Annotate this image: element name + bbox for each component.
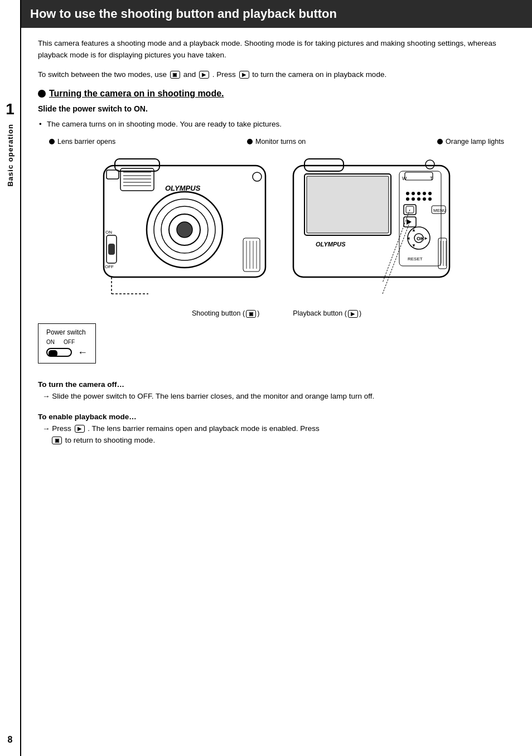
svg-point-37 bbox=[412, 192, 415, 195]
playback-btn-icon: ▶ bbox=[348, 310, 358, 318]
dot-icon-2 bbox=[247, 139, 253, 144]
cameras-row: OLYMPUS ON OFF bbox=[38, 149, 515, 305]
section-heading-text: Turning the camera on in shooting mode. bbox=[49, 89, 224, 99]
svg-text:OK: OK bbox=[417, 236, 424, 241]
svg-point-38 bbox=[417, 192, 420, 195]
intro-text-4: . Press bbox=[212, 70, 236, 79]
main-content: How to use the shooting button and playb… bbox=[21, 0, 532, 473]
svg-point-42 bbox=[412, 197, 415, 201]
power-switch-box: Power switch ON OFF ← bbox=[38, 323, 96, 364]
turn-off-title: To turn the camera off… bbox=[38, 380, 515, 389]
power-switch-row: ON OFF bbox=[46, 339, 88, 345]
playback-mode-icon: ▶ bbox=[199, 71, 209, 79]
arrow-left-icon: ← bbox=[78, 347, 88, 358]
svg-point-64 bbox=[425, 160, 434, 169]
chapter-number: 1 bbox=[6, 100, 14, 118]
dot-icon-3 bbox=[437, 139, 443, 144]
intro-text-5: to turn the camera on in playback mode. bbox=[252, 70, 386, 79]
page-number: 8 bbox=[8, 735, 13, 745]
chapter-label: Basic operation bbox=[6, 124, 14, 187]
svg-point-43 bbox=[417, 197, 420, 201]
turn-off-text: → Slide the power switch to OFF. The len… bbox=[42, 391, 515, 403]
bullet-item: The camera turns on in shooting mode. Yo… bbox=[47, 119, 515, 130]
svg-text:ON: ON bbox=[105, 230, 112, 235]
label-lens-barrier-text: Lens barrier opens bbox=[57, 138, 115, 146]
svg-text:▼: ▼ bbox=[412, 243, 416, 248]
label-orange-lamp: Orange lamp lights bbox=[437, 138, 504, 146]
bullet-list: The camera turns on in shooting mode. Yo… bbox=[38, 119, 515, 130]
power-switch-text: Power switch bbox=[46, 328, 88, 336]
svg-point-44 bbox=[423, 197, 426, 201]
sidebar: 1 Basic operation 8 bbox=[0, 0, 21, 756]
shooting-btn-icon: ▣ bbox=[246, 310, 256, 318]
power-switch-area: Power switch ON OFF ← bbox=[38, 323, 515, 364]
intro-text-3: and bbox=[183, 70, 196, 79]
svg-rect-30 bbox=[307, 176, 389, 233]
svg-rect-14 bbox=[107, 170, 119, 179]
svg-point-45 bbox=[428, 197, 432, 201]
diagram-area: Lens barrier opens Monitor turns on Oran… bbox=[38, 138, 515, 364]
shooting-button-label: Shooting button (▣) bbox=[192, 309, 259, 318]
switch-knob bbox=[49, 350, 57, 357]
playback-inline-icon: ▶ bbox=[75, 425, 85, 433]
right-camera-svg: OLYMPUS W T bbox=[288, 149, 461, 305]
svg-point-13 bbox=[177, 222, 192, 238]
svg-text:▲: ▲ bbox=[412, 227, 416, 232]
svg-text:MENU: MENU bbox=[433, 208, 447, 213]
playback-button-label: Playback button (▶) bbox=[293, 309, 361, 318]
svg-point-41 bbox=[406, 197, 409, 201]
svg-rect-35 bbox=[405, 172, 433, 180]
svg-rect-60 bbox=[438, 238, 447, 269]
switch-track bbox=[46, 348, 72, 357]
playback-mode-title: To enable playback mode… bbox=[38, 413, 515, 421]
playback-mode-text: → Press ▶ . The lens barrier remains ope… bbox=[42, 423, 515, 447]
svg-point-15 bbox=[253, 172, 262, 181]
arrow-prefix2: → bbox=[42, 424, 52, 433]
intro-paragraph-2: To switch between the two modes, use ▣ a… bbox=[38, 69, 515, 81]
arrow-prefix: → bbox=[42, 392, 52, 400]
svg-rect-22 bbox=[243, 238, 260, 272]
svg-text:►: ► bbox=[424, 236, 428, 241]
off-label: OFF bbox=[64, 339, 75, 345]
label-monitor: Monitor turns on bbox=[247, 138, 306, 146]
svg-point-39 bbox=[423, 192, 426, 195]
svg-text:◄: ◄ bbox=[406, 236, 410, 241]
left-camera-svg: OLYMPUS ON OFF bbox=[93, 149, 277, 305]
shooting-mode-icon: ▣ bbox=[170, 71, 180, 79]
page-title: How to use the shooting button and playb… bbox=[21, 0, 532, 28]
diagram-labels-top: Lens barrier opens Monitor turns on Oran… bbox=[38, 138, 515, 146]
svg-rect-32 bbox=[399, 171, 441, 266]
section-heading: Turning the camera on in shooting mode. bbox=[38, 89, 515, 99]
svg-rect-19 bbox=[108, 244, 115, 255]
label-orange-lamp-text: Orange lamp lights bbox=[446, 138, 504, 146]
playback-mode-section: To enable playback mode… → Press ▶ . The… bbox=[38, 413, 515, 447]
shooting-inline-icon: ▣ bbox=[52, 437, 62, 444]
intro-text-1: This camera features a shooting mode and… bbox=[38, 39, 496, 59]
svg-text:RESET: RESET bbox=[408, 256, 423, 261]
intro-paragraph: This camera features a shooting mode and… bbox=[38, 38, 515, 61]
turn-off-section: To turn the camera off… → Slide the powe… bbox=[38, 380, 515, 403]
dot-icon-1 bbox=[49, 139, 55, 144]
switch-visual-row: ← bbox=[46, 347, 88, 358]
sub-heading: Slide the power switch to ON. bbox=[38, 104, 515, 113]
svg-point-36 bbox=[406, 192, 409, 195]
svg-text:OLYMPUS: OLYMPUS bbox=[316, 241, 346, 248]
svg-point-40 bbox=[428, 192, 432, 195]
on-label: ON bbox=[46, 339, 55, 345]
svg-text:OFF: OFF bbox=[105, 264, 114, 269]
press-playback-icon: ▶ bbox=[239, 71, 249, 79]
intro-text-2: To switch between the two modes, use bbox=[38, 70, 167, 79]
diagram-bottom-labels: Shooting button (▣) Playback button (▶) bbox=[38, 309, 515, 318]
label-monitor-text: Monitor turns on bbox=[255, 138, 306, 146]
bullet-circle-icon bbox=[38, 90, 46, 98]
svg-marker-49 bbox=[407, 219, 412, 225]
label-lens-barrier: Lens barrier opens bbox=[49, 138, 115, 146]
svg-text:OLYMPUS: OLYMPUS bbox=[165, 184, 201, 192]
